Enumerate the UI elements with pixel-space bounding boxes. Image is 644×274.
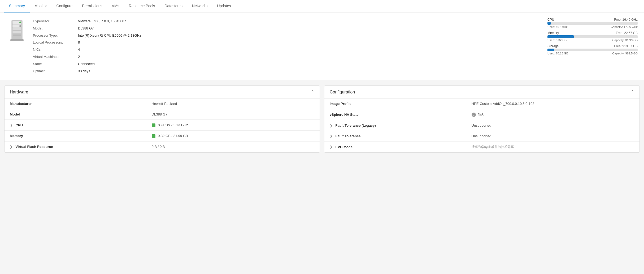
tab-summary[interactable]: Summary bbox=[4, 0, 30, 12]
vflash-expand-icon[interactable]: ❯ bbox=[10, 145, 12, 149]
ft-legacy-value: Unsupported bbox=[466, 120, 639, 131]
hardware-title: Hardware bbox=[10, 90, 28, 95]
memory-free: Free: 22.67 GB bbox=[616, 31, 638, 35]
svg-rect-4 bbox=[12, 31, 21, 33]
memory-used: Used: 9.32 GB bbox=[547, 38, 567, 42]
storage-label: Storage bbox=[547, 44, 559, 48]
nics-value: 4 bbox=[78, 47, 80, 53]
model-label: Model: bbox=[33, 26, 78, 31]
storage-used: Used: 70.13 GB bbox=[547, 52, 568, 55]
memory-label: Memory bbox=[547, 31, 559, 35]
cpu-capacity: Capacity: 17.06 GHz bbox=[611, 25, 638, 28]
state-value: Connected bbox=[78, 61, 95, 67]
storage-resource: Storage Free: 919.37 GB Used: 70.13 GB C… bbox=[547, 44, 638, 55]
nics-row: NICs: 4 bbox=[33, 46, 542, 53]
cpu-expand-icon[interactable]: ❯ bbox=[10, 123, 12, 127]
memory-bar-track bbox=[547, 35, 638, 38]
configuration-card: Configuration ⌃ Image Profile HPE-Custom… bbox=[324, 85, 640, 153]
tab-permissions[interactable]: Permissions bbox=[77, 0, 107, 12]
configuration-card-header: Configuration ⌃ bbox=[324, 86, 639, 99]
table-row: ❯ CPU 8 CPUs x 2.13 GHz bbox=[5, 120, 320, 131]
memory-row-value: 9.32 GB / 31.99 GB bbox=[146, 130, 320, 141]
manufacturer-label: Manufacturer bbox=[5, 99, 146, 109]
hardware-collapse-icon[interactable]: ⌃ bbox=[311, 89, 314, 95]
image-profile-value: HPE-Custom-AddOn_700.0.0.10.5.0-108 bbox=[466, 99, 639, 109]
nics-label: NICs: bbox=[33, 47, 78, 53]
hardware-card-header: Hardware ⌃ bbox=[5, 86, 320, 99]
tab-updates[interactable]: Updates bbox=[212, 0, 236, 12]
evc-label: ❯ EVC Mode bbox=[324, 141, 466, 152]
vflash-value: 0 B / 0 B bbox=[146, 141, 320, 152]
table-row: Image Profile HPE-Custom-AddOn_700.0.0.1… bbox=[324, 99, 639, 109]
logical-processors-label: Logical Processors: bbox=[33, 40, 78, 45]
svg-rect-3 bbox=[12, 28, 21, 30]
resource-bars: CPU Free: 16.46 GHz Used: 597 MHz Capaci… bbox=[547, 18, 638, 55]
table-row: vSphere HA State ? N/A bbox=[324, 109, 639, 120]
tab-configure[interactable]: Configure bbox=[52, 0, 77, 12]
table-row: ❯ Fault Tolerance Unsupported bbox=[324, 131, 639, 141]
processor-type-label: Processor Type: bbox=[33, 33, 78, 38]
vsphere-ha-label: vSphere HA State bbox=[324, 109, 466, 120]
vsphere-ha-value: ? N/A bbox=[466, 109, 639, 120]
storage-capacity: Capacity: 989.5 GB bbox=[612, 52, 638, 55]
processor-type-value: Intel(R) Xeon(R) CPU E5606 @ 2.13GHz bbox=[78, 33, 141, 38]
model-value: DL388 G7 bbox=[78, 26, 94, 31]
evc-expand-icon[interactable]: ❯ bbox=[330, 145, 332, 149]
processor-type-row: Processor Type: Intel(R) Xeon(R) CPU E56… bbox=[33, 32, 542, 39]
tab-bar: SummaryMonitorConfigurePermissionsVMsRes… bbox=[0, 0, 644, 12]
cpu-row-value: 8 CPUs x 2.13 GHz bbox=[146, 120, 320, 131]
hypervisor-row: Hypervisor: VMware ESXi, 7.0.0, 15843807 bbox=[33, 18, 542, 25]
cpu-label: CPU bbox=[547, 18, 554, 22]
question-mark-icon: ? bbox=[472, 113, 476, 117]
state-row: State: Connected bbox=[33, 61, 542, 68]
logical-processors-row: Logical Processors: 8 bbox=[33, 39, 542, 46]
table-row: Manufacturer Hewlett-Packard bbox=[5, 99, 320, 109]
tab-vms[interactable]: VMs bbox=[107, 0, 124, 12]
table-row: ❯ EVC Mode 搜狐号@sysin软件与技术分享 bbox=[324, 141, 639, 152]
tab-datastores[interactable]: Datastores bbox=[160, 0, 187, 12]
configuration-table: Image Profile HPE-Custom-AddOn_700.0.0.1… bbox=[324, 99, 639, 152]
tab-networks[interactable]: Networks bbox=[187, 0, 212, 12]
cpu-used: Used: 597 MHz bbox=[547, 25, 568, 28]
storage-footer: Used: 70.13 GB Capacity: 989.5 GB bbox=[547, 52, 638, 55]
logical-processors-value: 8 bbox=[78, 40, 80, 45]
ft-legacy-label: ❯ Fault Tolerance (Legacy) bbox=[324, 120, 466, 131]
svg-point-5 bbox=[19, 22, 21, 23]
table-row: ❯ Virtual Flash Resource 0 B / 0 B bbox=[5, 141, 320, 152]
cpu-bar-track bbox=[547, 22, 638, 25]
table-row: ❯ Fault Tolerance (Legacy) Unsupported bbox=[324, 120, 639, 131]
cpu-header: CPU Free: 16.46 GHz bbox=[547, 18, 638, 22]
cpu-bar-fill bbox=[547, 22, 551, 25]
server-icon bbox=[6, 18, 28, 42]
cpu-row-label: ❯ CPU bbox=[5, 120, 146, 131]
ft-value: Unsupported bbox=[466, 131, 639, 141]
ft-legacy-expand-icon[interactable]: ❯ bbox=[330, 124, 332, 127]
virtual-machines-row: Virtual Machines: 2 bbox=[33, 53, 542, 61]
main-content: Hardware ⌃ Manufacturer Hewlett-Packard … bbox=[0, 80, 644, 158]
svg-point-6 bbox=[19, 25, 21, 27]
virtual-machines-label: Virtual Machines: bbox=[33, 54, 78, 60]
summary-top: Hypervisor: VMware ESXi, 7.0.0, 15843807… bbox=[0, 12, 644, 80]
virtual-machines-value: 2 bbox=[78, 54, 80, 60]
memory-header: Memory Free: 22.67 GB bbox=[547, 31, 638, 35]
evc-value: 搜狐号@sysin软件与技术分享 bbox=[466, 141, 639, 152]
tab-monitor[interactable]: Monitor bbox=[30, 0, 52, 12]
cpu-free: Free: 16.46 GHz bbox=[614, 18, 638, 22]
memory-bar-fill bbox=[547, 35, 574, 38]
ft-expand-icon[interactable]: ❯ bbox=[330, 134, 332, 138]
hypervisor-value: VMware ESXi, 7.0.0, 15843807 bbox=[78, 19, 126, 24]
storage-bar-track bbox=[547, 49, 638, 51]
uptime-value: 33 days bbox=[78, 68, 90, 74]
memory-footer: Used: 9.32 GB Capacity: 31.99 GB bbox=[547, 38, 638, 42]
memory-resource: Memory Free: 22.67 GB Used: 9.32 GB Capa… bbox=[547, 31, 638, 42]
table-row: Memory 9.32 GB / 31.99 GB bbox=[5, 130, 320, 141]
configuration-collapse-icon[interactable]: ⌃ bbox=[631, 89, 634, 95]
hardware-table: Manufacturer Hewlett-Packard Model DL388… bbox=[5, 99, 320, 152]
cpu-resource: CPU Free: 16.46 GHz Used: 597 MHz Capaci… bbox=[547, 18, 638, 28]
vflash-label: ❯ Virtual Flash Resource bbox=[5, 141, 146, 152]
storage-free: Free: 919.37 GB bbox=[614, 44, 638, 48]
tab-resource-pools[interactable]: Resource Pools bbox=[124, 0, 160, 12]
ft-label: ❯ Fault Tolerance bbox=[324, 131, 466, 141]
hypervisor-label: Hypervisor: bbox=[33, 19, 78, 24]
memory-status-dot bbox=[152, 134, 155, 138]
